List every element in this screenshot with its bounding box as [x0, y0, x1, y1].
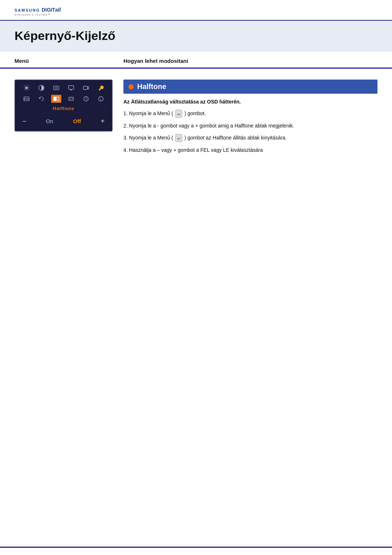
digit-text: DIGITall — [42, 7, 61, 13]
step-1: 1. Nyomja le a Menű ( ↵ ) gombot. — [123, 110, 377, 118]
osd-plus: + — [101, 117, 105, 125]
svg-text:🔑: 🔑 — [98, 85, 104, 91]
osd-icon-video — [81, 84, 91, 92]
svg-rect-20 — [53, 97, 56, 101]
samsung-text: SAMSUNG — [15, 8, 40, 12]
osd-icon-info: i — [96, 95, 106, 103]
osd-icon-sharpness — [51, 84, 61, 92]
footer — [0, 547, 392, 555]
svg-line-26 — [86, 99, 87, 100]
title-section: Képernyő-Kijelző — [0, 21, 392, 51]
svg-line-5 — [24, 86, 25, 86]
svg-text:i: i — [100, 98, 101, 101]
svg-line-6 — [28, 89, 29, 90]
halftone-title: Halftone — [137, 82, 166, 91]
osd-icon-brightness — [21, 84, 32, 92]
instructions-panel: Halftone Az Átlátszatlanság változtatása… — [123, 80, 377, 158]
osd-minus: – — [23, 117, 26, 125]
osd-on-value: On — [46, 118, 53, 124]
halftone-steps: 1. Nyomja le a Menű ( ↵ ) gombot. 2. Nyo… — [123, 110, 377, 154]
header: SAMSUNG DIGITall everyone's invited™ — [0, 0, 392, 21]
svg-rect-10 — [53, 86, 58, 90]
content-area: 🔑 i — [0, 69, 392, 169]
svg-line-8 — [24, 89, 25, 90]
osd-off-value: Off — [73, 118, 81, 124]
osd-control-row: – On Off + — [19, 115, 108, 127]
osd-icon-monitor — [66, 84, 76, 92]
osd-icon-halftone-selected — [51, 95, 61, 103]
halftone-header: Halftone — [123, 80, 377, 94]
step-2: 2. Nyomja le a - gombot vagy a + gombot … — [123, 122, 377, 130]
osd-icon-clock — [81, 95, 91, 103]
osd-icon-position — [66, 95, 76, 103]
logo-subtitle: everyone's invited™ — [15, 13, 61, 16]
osd-halftone-label: Halftone — [53, 106, 74, 111]
logo-samsung-digitall: SAMSUNG DIGITall — [15, 7, 61, 13]
column-headers: Menü Hogyan lehet modositani — [0, 51, 392, 69]
logo-area: SAMSUNG DIGITall everyone's invited™ — [15, 7, 61, 16]
step-3: 3. Nyomja le a Menű ( ↵ ) gombot az Half… — [123, 134, 377, 142]
step-4: 4. Használja a – vagy + gombot a FEL vag… — [123, 146, 377, 154]
svg-point-0 — [25, 86, 28, 89]
osd-icon-image — [21, 95, 32, 103]
osd-icon-refresh — [36, 95, 46, 103]
svg-rect-13 — [68, 86, 73, 89]
enter-icon-3: ↵ — [175, 134, 182, 142]
svg-marker-17 — [87, 86, 89, 89]
page-wrapper: SAMSUNG DIGITall everyone's invited™ Kép… — [0, 0, 392, 555]
how-column-header: Hogyan lehet modositani — [123, 58, 377, 64]
enter-icon-1: ↵ — [175, 110, 182, 118]
osd-label-row: Halftone — [19, 105, 108, 112]
osd-icons-row2: i — [19, 95, 108, 103]
svg-rect-21 — [56, 97, 58, 101]
halftone-subtitle: Az Átlátszatlanság változtatása az OSD h… — [123, 99, 377, 105]
osd-icon-contrast — [36, 84, 46, 92]
halftone-dot — [128, 84, 134, 89]
menu-column-header: Menü — [15, 58, 123, 64]
osd-icons-row1: 🔑 — [19, 84, 108, 92]
svg-line-7 — [28, 86, 29, 86]
svg-rect-16 — [83, 86, 87, 90]
osd-panel: 🔑 i — [15, 80, 113, 131]
osd-icon-key: 🔑 — [96, 84, 106, 92]
page-title: Képernyő-Kijelző — [15, 29, 377, 43]
